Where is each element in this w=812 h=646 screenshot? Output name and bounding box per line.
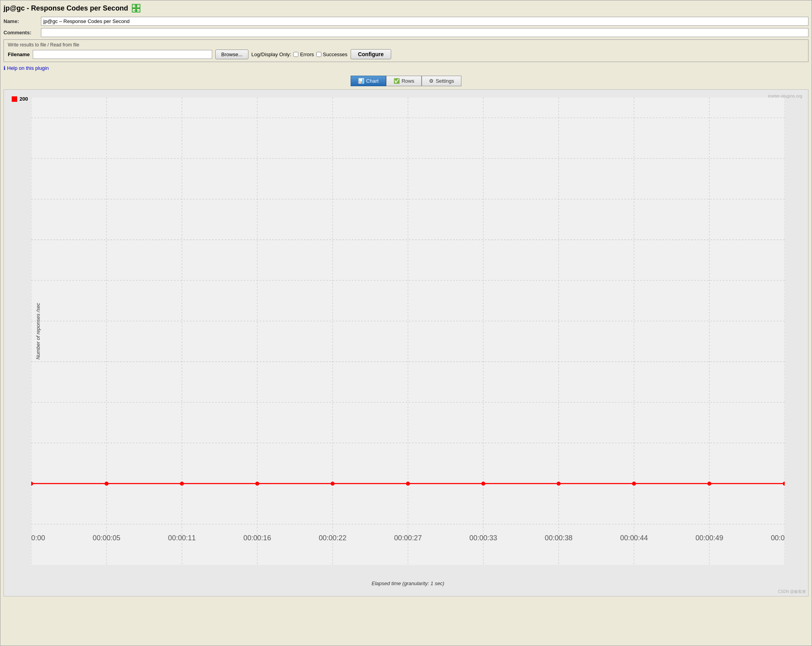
- log-display-section: Log/Display Only: Errors Successes: [252, 51, 347, 57]
- legend-label-200: 200: [20, 96, 28, 102]
- fieldset-title: Write results to file / Read from file: [8, 42, 804, 48]
- chart-area: Number of reponses /sec Elapsed time (gr…: [31, 98, 785, 565]
- svg-text:00:00:49: 00:00:49: [695, 534, 723, 542]
- svg-text:00:00:00: 00:00:00: [31, 534, 45, 542]
- svg-point-52: [105, 481, 108, 485]
- name-label: Name:: [4, 18, 39, 24]
- settings-tab-icon: ⚙: [429, 78, 434, 84]
- main-window: jp@gc - Response Codes per Second Name: …: [0, 0, 812, 646]
- comments-label: Comments:: [4, 30, 39, 35]
- chart-tab-icon: 📊: [358, 78, 364, 84]
- help-icon: ℹ: [4, 65, 5, 71]
- x-axis-label: Elapsed time (granularity: 1 sec): [372, 580, 444, 586]
- plugin-icon: [131, 4, 141, 13]
- svg-text:00:00:38: 00:00:38: [545, 534, 573, 542]
- chart-container: jmeter-plugins.org 200 Number of reponse…: [4, 89, 808, 596]
- successes-label: Successes: [323, 51, 347, 57]
- tab-rows[interactable]: ✅ Rows: [386, 76, 422, 86]
- svg-point-60: [707, 481, 711, 485]
- help-text: Help on this plugin: [7, 65, 49, 71]
- svg-text:00:00:27: 00:00:27: [394, 534, 422, 542]
- svg-text:00:00:55: 00:00:55: [771, 534, 785, 542]
- chart-legend: 200: [12, 96, 28, 102]
- comments-input[interactable]: [41, 28, 808, 37]
- tab-bar: 📊 Chart ✅ Rows ⚙ Settings: [4, 76, 808, 86]
- configure-button[interactable]: Configure: [351, 49, 391, 59]
- svg-point-57: [481, 481, 485, 485]
- y-axis-label: Number of reponses /sec: [35, 303, 41, 359]
- svg-point-55: [331, 481, 335, 485]
- filename-label: Filename: [8, 51, 30, 57]
- chart-tab-label: Chart: [366, 78, 379, 84]
- svg-text:00:00:11: 00:00:11: [168, 534, 196, 542]
- help-link[interactable]: ℹ Help on this plugin: [4, 65, 808, 71]
- svg-text:00:00:16: 00:00:16: [243, 534, 271, 542]
- tab-settings[interactable]: ⚙ Settings: [422, 76, 461, 86]
- rows-tab-icon: ✅: [394, 78, 400, 84]
- legend-color-200: [12, 96, 17, 102]
- successes-checkbox[interactable]: [316, 52, 321, 57]
- errors-label: Errors: [300, 51, 314, 57]
- file-fieldset: Write results to file / Read from file F…: [4, 39, 808, 62]
- csdn-watermark: CSDN @极客测: [778, 589, 806, 595]
- svg-text:00:00:44: 00:00:44: [620, 534, 648, 542]
- svg-point-58: [557, 481, 560, 485]
- svg-point-54: [255, 481, 259, 485]
- window-title: jp@gc - Response Codes per Second: [4, 4, 128, 12]
- filename-input[interactable]: [33, 50, 212, 59]
- settings-tab-label: Settings: [436, 78, 454, 84]
- svg-point-53: [180, 481, 184, 485]
- file-row: Filename Browse... Log/Display Only: Err…: [8, 49, 804, 59]
- svg-text:00:00:05: 00:00:05: [93, 534, 121, 542]
- log-display-label: Log/Display Only:: [252, 51, 291, 57]
- tab-chart[interactable]: 📊 Chart: [351, 76, 386, 86]
- title-bar: jp@gc - Response Codes per Second: [4, 4, 808, 13]
- svg-text:00:00:33: 00:00:33: [470, 534, 497, 542]
- name-input[interactable]: [41, 17, 808, 26]
- rows-tab-label: Rows: [402, 78, 415, 84]
- successes-checkbox-item: Successes: [316, 51, 347, 57]
- svg-point-59: [632, 481, 636, 485]
- comments-row: Comments:: [4, 28, 808, 37]
- svg-text:00:00:22: 00:00:22: [319, 534, 346, 542]
- errors-checkbox-item: Errors: [293, 51, 314, 57]
- browse-button[interactable]: Browse...: [215, 50, 248, 59]
- name-row: Name:: [4, 17, 808, 26]
- errors-checkbox[interactable]: [293, 52, 298, 57]
- chart-svg: 0 1 2 3 4 5 6 7 8 9 10 00:00:00 00:00:05…: [31, 98, 785, 565]
- svg-point-56: [406, 481, 410, 485]
